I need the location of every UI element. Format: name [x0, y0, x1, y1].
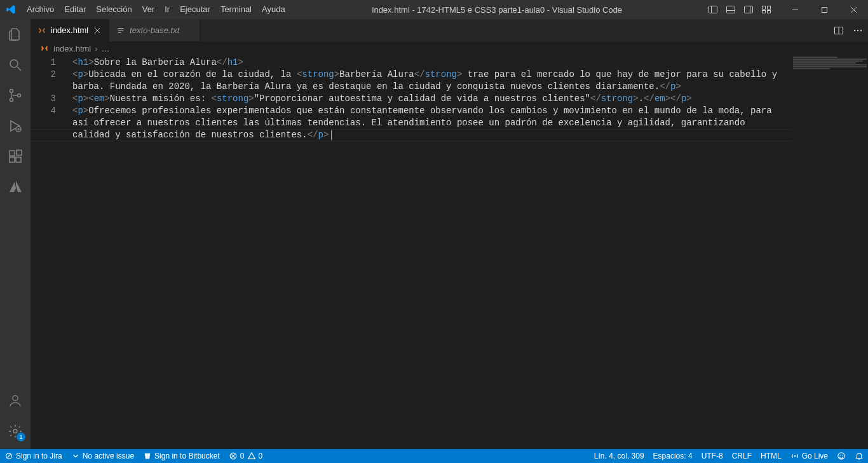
svg-point-17 [10, 99, 13, 102]
svg-point-18 [18, 94, 21, 97]
settings-badge: 1 [17, 432, 25, 441]
vscode-logo [0, 4, 22, 15]
html-file-icon [39, 43, 50, 53]
editor[interactable]: 1<h1>Sobre la Barbería Alura</h1>2<p>Ubi… [31, 55, 868, 449]
close-window-button[interactable] [839, 0, 868, 19]
activitybar: 1 [0, 19, 31, 449]
run-debug-icon[interactable] [0, 111, 31, 141]
svg-rect-4 [745, 6, 753, 13]
chevron-right-icon: › [95, 44, 97, 53]
svg-rect-7 [768, 6, 771, 10]
status-lang[interactable]: HTML [756, 449, 786, 463]
status-jira[interactable]: Sign in to Jira [0, 449, 67, 463]
tab-label: index.html [51, 25, 88, 35]
html-file-icon [37, 25, 47, 36]
tab-label: texto-base.txt [130, 25, 179, 35]
tab-index-html[interactable]: index.html [31, 19, 109, 41]
breadcrumb-file: index.html [53, 44, 91, 53]
layout-customize-icon[interactable] [757, 0, 775, 19]
status-encoding[interactable]: UTF-8 [697, 449, 728, 463]
svg-rect-23 [17, 150, 22, 155]
svg-rect-0 [709, 6, 717, 13]
menu-terminal[interactable]: Terminal [215, 0, 257, 19]
statusbar: Sign in to Jira No active issue Sign in … [0, 449, 868, 463]
status-problems[interactable]: 0 0 [224, 449, 267, 463]
source-control-icon[interactable] [0, 80, 31, 111]
status-eol[interactable]: CRLF [728, 449, 756, 463]
svg-point-45 [840, 455, 841, 455]
svg-point-16 [10, 90, 13, 93]
layout-icons [704, 0, 775, 19]
tabs-bar: index.htmltexto-base.txt [31, 19, 868, 41]
svg-rect-9 [768, 11, 771, 13]
svg-rect-22 [16, 157, 21, 162]
status-issue[interactable]: No active issue [67, 449, 139, 463]
svg-point-25 [13, 429, 17, 433]
settings-gear-icon[interactable]: 1 [0, 416, 31, 446]
breadcrumb-ellipsis: … [102, 44, 110, 53]
menubar: ArchivoEditarSelecciónVerIrEjecutarTermi… [22, 0, 290, 19]
extensions-icon[interactable] [0, 141, 31, 172]
status-indent[interactable]: Espacios: 4 [649, 449, 697, 463]
menu-ver[interactable]: Ver [137, 0, 160, 19]
panel-left-icon[interactable] [704, 0, 722, 19]
svg-point-35 [854, 29, 855, 31]
explorer-icon[interactable] [0, 19, 31, 50]
menu-archivo[interactable]: Archivo [22, 0, 59, 19]
svg-rect-20 [10, 151, 15, 156]
line-number: 4 [31, 105, 72, 117]
status-golive[interactable]: Go Live [786, 449, 832, 463]
panel-bottom-icon[interactable] [722, 0, 740, 19]
line-number: 2 [31, 69, 72, 81]
menu-editar[interactable]: Editar [59, 0, 91, 19]
svg-point-24 [13, 396, 18, 401]
atlassian-icon[interactable] [0, 172, 31, 202]
svg-rect-11 [822, 7, 827, 12]
svg-point-37 [860, 29, 862, 31]
menu-ir[interactable]: Ir [159, 0, 175, 19]
svg-rect-6 [763, 6, 766, 10]
svg-rect-2 [727, 6, 735, 13]
svg-line-39 [7, 454, 10, 457]
maximize-button[interactable] [810, 0, 839, 19]
search-icon[interactable] [0, 50, 31, 80]
split-editor-icon[interactable] [834, 25, 844, 36]
window-title: index.html - 1742-HTML5 e CSS3 parte1-au… [290, 5, 704, 15]
svg-rect-8 [763, 11, 766, 13]
svg-point-36 [857, 29, 858, 31]
breadcrumbs[interactable]: index.html › … [31, 41, 868, 55]
status-cursor[interactable]: Lín. 4, col. 309 [590, 449, 649, 463]
svg-point-46 [842, 455, 843, 455]
tab-texto-base-txt[interactable]: texto-base.txt [109, 19, 200, 41]
menu-ejecutar[interactable]: Ejecutar [175, 0, 215, 19]
more-actions-icon[interactable] [853, 25, 863, 36]
text-cursor [331, 130, 332, 140]
menu-selección[interactable]: Selección [91, 0, 137, 19]
status-bell-icon[interactable] [850, 449, 868, 463]
minimap[interactable] [792, 55, 868, 449]
code-content[interactable]: 1<h1>Sobre la Barbería Alura</h1>2<p>Ubi… [31, 55, 868, 449]
tab-actions [834, 19, 868, 41]
svg-point-43 [794, 455, 796, 457]
titlebar: ArchivoEditarSelecciónVerIrEjecutarTermi… [0, 0, 868, 19]
menu-ayuda[interactable]: Ayuda [257, 0, 290, 19]
status-bitbucket[interactable]: Sign in to Bitbucket [139, 449, 224, 463]
text-file-icon [116, 25, 126, 36]
status-feedback-icon[interactable] [832, 449, 850, 463]
panel-right-icon[interactable] [740, 0, 757, 19]
svg-rect-21 [10, 157, 15, 162]
minimize-button[interactable] [780, 0, 810, 19]
svg-line-15 [17, 67, 21, 71]
svg-point-14 [10, 60, 18, 67]
close-tab-icon[interactable] [92, 25, 102, 36]
line-number: 3 [31, 93, 72, 105]
account-icon[interactable] [0, 385, 31, 416]
line-number: 1 [31, 57, 72, 69]
